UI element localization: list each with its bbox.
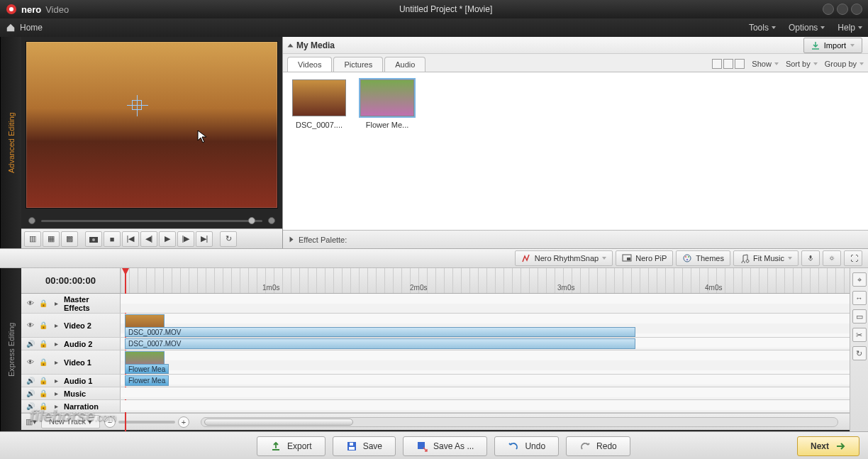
menu-help[interactable]: Help xyxy=(838,23,862,33)
next-frame-button[interactable]: ▶| xyxy=(196,231,213,247)
track-lane[interactable] xyxy=(121,387,850,399)
snapshot-button[interactable] xyxy=(85,231,102,247)
gear-button[interactable] xyxy=(823,250,841,266)
preview-canvas[interactable] xyxy=(26,41,278,209)
eye-icon[interactable]: 👁 xyxy=(26,299,35,309)
speaker-icon[interactable]: 🔊 xyxy=(26,402,35,411)
menu-tools[interactable]: Tools xyxy=(749,23,776,33)
lock-icon[interactable]: 🔒 xyxy=(38,339,48,349)
svg-point-11 xyxy=(830,257,833,259)
step-fwd-button[interactable]: |▶ xyxy=(177,231,194,247)
nero-pip-button[interactable]: Nero PiP xyxy=(616,250,673,266)
video-clip[interactable]: Flower Mea xyxy=(125,364,169,374)
track-lane[interactable]: DSC_0007.MOV xyxy=(121,314,850,337)
expand-icon[interactable]: ▸ xyxy=(51,321,61,331)
eye-icon[interactable]: 👁 xyxy=(26,358,35,367)
prev-frame-button[interactable]: |◀ xyxy=(122,231,139,247)
eye-icon[interactable]: 👁 xyxy=(26,321,35,331)
mic-button[interactable] xyxy=(801,250,820,266)
slider-thumb[interactable] xyxy=(248,217,255,224)
expand-icon[interactable]: ▸ xyxy=(51,299,61,309)
minimize-icon[interactable] xyxy=(823,4,834,15)
magnet-tool-button[interactable]: ⌖ xyxy=(852,272,867,287)
timeline-scrollbar[interactable] xyxy=(201,417,838,427)
select-tool-button[interactable]: ▭ xyxy=(852,309,867,323)
side-tab-advanced-editing[interactable]: Advanced Editing xyxy=(0,37,21,248)
home-button[interactable]: Home xyxy=(6,23,43,33)
sortby-dropdown[interactable]: Sort by xyxy=(786,60,818,68)
zoom-out-button[interactable]: − xyxy=(104,416,116,428)
expand-icon[interactable]: ▸ xyxy=(51,402,61,411)
view-large-icon[interactable] xyxy=(712,59,722,69)
lock-icon[interactable]: 🔒 xyxy=(38,358,48,367)
lock-icon[interactable]: 🔒 xyxy=(38,402,48,411)
collapse-triangle-icon[interactable] xyxy=(288,43,294,47)
play-button[interactable]: ▶ xyxy=(159,231,176,247)
pointer-tool-button[interactable]: ↔ xyxy=(852,291,867,305)
nero-rhythmsnap-button[interactable]: Nero RhythmSnap xyxy=(515,250,613,266)
view-medium-icon[interactable] xyxy=(723,59,733,69)
menu-options[interactable]: Options xyxy=(789,23,825,33)
fullscreen-button[interactable]: ⛶ xyxy=(844,250,862,266)
fit-music-button[interactable]: Fit Music xyxy=(733,250,799,266)
safe-area-button[interactable]: ▦ xyxy=(43,231,60,247)
export-button[interactable]: Export xyxy=(257,436,326,456)
lock-icon[interactable]: 🔒 xyxy=(38,376,48,386)
effect-palette-header[interactable]: Effect Palette: xyxy=(283,230,868,248)
expand-icon[interactable]: ▸ xyxy=(51,358,61,367)
step-back-button[interactable]: ◀| xyxy=(140,231,157,247)
track-lane[interactable]: Flower Mea xyxy=(121,375,850,387)
close-icon[interactable] xyxy=(851,4,862,15)
grid-button[interactable]: ▩ xyxy=(61,231,78,247)
stop-button[interactable]: ■ xyxy=(104,231,121,247)
import-button[interactable]: Import xyxy=(803,38,862,53)
maximize-icon[interactable] xyxy=(837,4,848,15)
tab-audio[interactable]: Audio xyxy=(384,57,425,72)
tab-pictures[interactable]: Pictures xyxy=(333,57,383,72)
groupby-dropdown[interactable]: Group by xyxy=(825,60,864,68)
track-lane[interactable] xyxy=(121,294,850,313)
preview-scrub-slider[interactable] xyxy=(21,213,282,228)
track-layout-icon[interactable]: ▥▾ xyxy=(26,417,37,426)
track-lane[interactable] xyxy=(121,400,850,412)
audio-clip[interactable]: DSC_0007.MOV xyxy=(125,338,635,349)
time-mark: 4m0s xyxy=(705,284,722,292)
zoom-in-button[interactable]: + xyxy=(178,416,189,428)
chevron-down-icon xyxy=(788,257,792,260)
cut-tool-button[interactable]: ✂ xyxy=(852,328,867,342)
refresh-tool-button[interactable]: ↻ xyxy=(852,346,867,360)
lock-icon[interactable]: 🔒 xyxy=(38,321,48,331)
undo-button[interactable]: Undo xyxy=(494,436,559,456)
themes-button[interactable]: Themes xyxy=(676,250,730,266)
track-lane[interactable]: Flower Mea xyxy=(121,350,850,374)
track-lane[interactable]: DSC_0007.MOV xyxy=(121,338,850,350)
scrollbar-thumb[interactable] xyxy=(204,419,353,426)
timecode-display[interactable]: 00:00:00:00 xyxy=(21,268,121,293)
view-list-icon[interactable] xyxy=(735,59,745,69)
side-tab-express-editing[interactable]: Express Editing xyxy=(0,268,21,431)
next-button[interactable]: Next xyxy=(797,436,859,456)
expand-icon[interactable]: ▸ xyxy=(51,376,61,386)
ruler-scale[interactable]: 1m0s 2m0s 3m0s 4m0s xyxy=(121,268,850,293)
media-item[interactable]: Flower Me... xyxy=(358,79,416,129)
speaker-icon[interactable]: 🔊 xyxy=(26,376,35,386)
new-track-button[interactable]: New Track ▾ xyxy=(41,415,100,428)
expand-icon[interactable]: ▸ xyxy=(51,339,61,349)
lock-icon[interactable]: 🔒 xyxy=(38,299,48,309)
speaker-icon[interactable]: 🔊 xyxy=(26,339,35,349)
zoom-slider[interactable] xyxy=(118,421,175,424)
media-item[interactable]: DSC_0007.... xyxy=(290,79,348,129)
screen-layout-button[interactable]: ▥ xyxy=(24,231,41,247)
video-clip[interactable]: DSC_0007.MOV xyxy=(125,327,635,337)
audio-clip[interactable]: Flower Mea xyxy=(125,375,169,386)
saveas-button[interactable]: Save As ... xyxy=(403,436,487,456)
expand-icon[interactable]: ▸ xyxy=(51,389,61,399)
show-dropdown[interactable]: Show xyxy=(752,60,779,68)
save-button[interactable]: Save xyxy=(333,436,396,456)
lock-icon[interactable]: 🔒 xyxy=(38,389,48,399)
redo-button[interactable]: Redo xyxy=(566,436,630,456)
slider-end-icon xyxy=(268,217,275,224)
loop-button[interactable]: ↻ xyxy=(220,231,237,247)
speaker-icon[interactable]: 🔊 xyxy=(26,389,35,399)
tab-videos[interactable]: Videos xyxy=(287,57,332,72)
